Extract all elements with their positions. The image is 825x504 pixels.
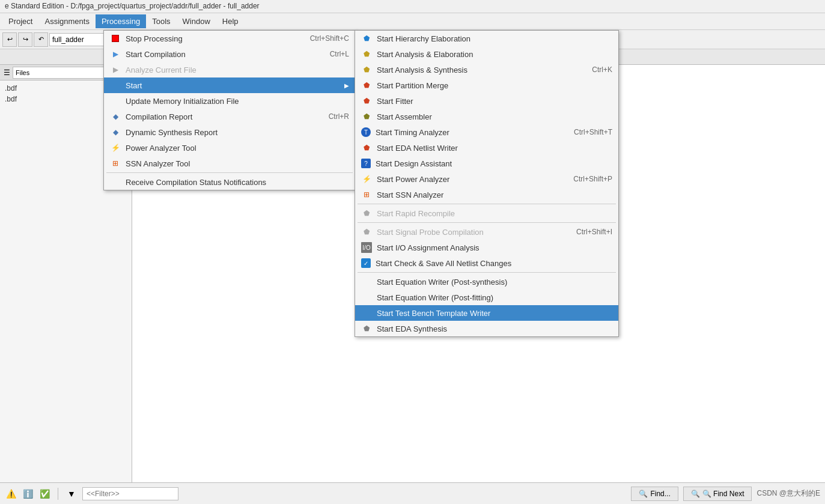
- analyze-current-label: Analyze Current File: [126, 65, 196, 74]
- dynamic-synthesis-label: Dynamic Synthesis Report: [126, 128, 218, 137]
- submenu-testbench[interactable]: Start Test Bench Template Writer: [355, 305, 618, 321]
- menu-tools[interactable]: Tools: [146, 14, 176, 28]
- start-icon: [110, 80, 121, 91]
- menu-start[interactable]: Start ▶: [104, 77, 355, 93]
- signal-probe-shortcut: Ctrl+Shift+I: [576, 228, 612, 236]
- start-compilation-shortcut: Ctrl+L: [330, 50, 349, 58]
- title-bar: e Standard Edition - D:/fpga_project/qua…: [0, 0, 825, 13]
- ssn-sm-icon: ⊞: [361, 189, 372, 200]
- receive-notifications-label: Receive Compilation Status Notifications: [126, 178, 266, 187]
- watermark: CSDN @意大利的E: [757, 488, 820, 499]
- menu-window[interactable]: Window: [177, 14, 216, 28]
- analysis-synth-shortcut: Ctrl+K: [592, 65, 612, 74]
- compilation-report-shortcut: Ctrl+R: [329, 112, 349, 121]
- design-assistant-icon: ?: [361, 159, 371, 168]
- menu-dynamic-synthesis[interactable]: ◆ Dynamic Synthesis Report: [104, 124, 355, 140]
- partition-icon: ⬟: [361, 80, 372, 91]
- menu-bar: Project Assignments Processing Tools Win…: [0, 13, 825, 30]
- submenu-timing[interactable]: T Start Timing Analyzer Ctrl+Shift+T: [355, 124, 618, 140]
- submenu-partition-merge[interactable]: ⬟ Start Partition Merge: [355, 77, 618, 93]
- dynamic-synthesis-icon: ◆: [110, 127, 121, 138]
- submenu-eq-post-synth[interactable]: Start Equation Writer (Post-synthesis): [355, 274, 618, 290]
- toolbar-undo[interactable]: ↩: [2, 32, 17, 47]
- testbench-icon: [361, 308, 372, 318]
- files-icon: ☰: [4, 68, 10, 77]
- submenu-rapid[interactable]: ⬟ Start Rapid Recompile: [355, 205, 618, 221]
- filter-icon: ▼: [65, 488, 78, 500]
- eda-netlist-icon: ⬟: [361, 142, 372, 153]
- eda-synth-label: Start EDA Synthesis: [377, 324, 447, 333]
- submenu-sep3: [358, 272, 616, 273]
- title-text: e Standard Edition - D:/fpga_project/qua…: [5, 2, 260, 10]
- submenu-signal-probe[interactable]: ⬟ Start Signal Probe Compilation Ctrl+Sh…: [355, 224, 618, 240]
- submenu-eda-synth[interactable]: ⬟ Start EDA Synthesis: [355, 321, 618, 336]
- toolbar-undo2[interactable]: ↶: [34, 32, 48, 47]
- menu-power-analyzer[interactable]: ⚡ Power Analyzer Tool: [104, 140, 355, 156]
- submenu-check-save[interactable]: ✓ Start Check & Save All Netlist Changes: [355, 255, 618, 271]
- submenu-ssn-sm[interactable]: ⊞ Start SSN Analyzer: [355, 187, 618, 202]
- power-sm-shortcut: Ctrl+Shift+P: [573, 175, 612, 183]
- eda-netlist-label: Start EDA Netlist Writer: [377, 144, 458, 153]
- eq-post-synth-label: Start Equation Writer (Post-synthesis): [377, 278, 507, 287]
- analysis-elab-icon: ⬟: [361, 49, 372, 59]
- start-label: Start: [126, 81, 142, 90]
- submenu-design-assistant[interactable]: ? Start Design Assistant: [355, 156, 618, 171]
- assembler-label: Start Assembler: [377, 112, 432, 121]
- eda-synth-icon: ⬟: [361, 323, 372, 334]
- start-compilation-icon: ▶: [110, 49, 121, 59]
- menu-stop-processing[interactable]: Stop Processing Ctrl+Shift+C: [104, 31, 355, 46]
- io-analysis-icon: I/O: [361, 242, 372, 253]
- find-icon: 🔍: [639, 490, 648, 498]
- fitter-icon: ⬟: [361, 96, 372, 106]
- ssn-analyzer-icon: ⊞: [110, 158, 121, 169]
- notifications-icon: [110, 177, 121, 187]
- toolbar-redo[interactable]: ↪: [18, 32, 32, 47]
- menu-receive-notifications[interactable]: Receive Compilation Status Notifications: [104, 174, 355, 190]
- menu-help[interactable]: Help: [216, 14, 245, 28]
- compilation-report-icon: ◆: [110, 111, 121, 122]
- start-compilation-label: Start Compilation: [126, 50, 186, 59]
- check-save-icon: ✓: [361, 258, 371, 268]
- hierarchy-label: Start Hierarchy Elaboration: [377, 34, 470, 43]
- submenu-analysis-elab[interactable]: ⬟ Start Analysis & Elaboration: [355, 46, 618, 62]
- eq-post-synth-icon: [361, 276, 372, 287]
- compilation-report-label: Compilation Report: [126, 112, 192, 121]
- check-save-label: Start Check & Save All Netlist Changes: [376, 259, 511, 268]
- find-button[interactable]: 🔍 Find...: [631, 487, 678, 501]
- submenu-fitter[interactable]: ⬟ Start Fitter: [355, 93, 618, 109]
- submenu-eda-netlist[interactable]: ⬟ Start EDA Netlist Writer: [355, 140, 618, 156]
- info-icon: ℹ️: [22, 488, 34, 500]
- submenu-io-analysis[interactable]: I/O Start I/O Assignment Analysis: [355, 240, 618, 255]
- submenu-hierarchy[interactable]: ⬟ Start Hierarchy Elaboration: [355, 31, 618, 46]
- rapid-label: Start Rapid Recompile: [377, 209, 455, 218]
- separator: [58, 488, 58, 500]
- menu-project[interactable]: Project: [2, 14, 38, 28]
- menu-ssn-analyzer[interactable]: ⊞ SSN Analyzer Tool: [104, 156, 355, 171]
- processing-dropdown: Stop Processing Ctrl+Shift+C ▶ Start Com…: [103, 30, 356, 190]
- menu-start-compilation[interactable]: ▶ Start Compilation Ctrl+L: [104, 46, 355, 62]
- submenu-power-sm[interactable]: ⚡ Start Power Analyzer Ctrl+Shift+P: [355, 171, 618, 187]
- menu-compilation-report[interactable]: ◆ Compilation Report Ctrl+R: [104, 109, 355, 124]
- menu-processing[interactable]: Processing: [96, 14, 146, 28]
- project-name-input[interactable]: full_adder: [49, 33, 109, 46]
- submenu-analysis-synth[interactable]: ⬟ Start Analysis & Synthesis Ctrl+K: [355, 62, 618, 77]
- menu-assignments[interactable]: Assignments: [38, 14, 95, 28]
- update-memory-icon: [110, 96, 121, 106]
- submenu-eq-post-fit[interactable]: Start Equation Writer (Post-fitting): [355, 290, 618, 305]
- power-sm-label: Start Power Analyzer: [377, 175, 449, 184]
- menu-update-memory[interactable]: Update Memory Initialization File: [104, 93, 355, 109]
- ssn-sm-label: Start SSN Analyzer: [377, 190, 443, 199]
- menu-analyze-current[interactable]: ▶ Analyze Current File: [104, 62, 355, 77]
- partition-label: Start Partition Merge: [377, 81, 448, 90]
- analysis-synth-icon: ⬟: [361, 64, 372, 75]
- check-icon: ✅: [38, 488, 50, 500]
- power-analyzer-label: Power Analyzer Tool: [126, 144, 196, 153]
- signal-probe-icon: ⬟: [361, 226, 372, 237]
- filter-input[interactable]: [82, 487, 178, 500]
- timing-label: Start Timing Analyzer: [376, 128, 449, 137]
- analysis-elab-label: Start Analysis & Elaboration: [377, 50, 473, 59]
- testbench-label: Start Test Bench Template Writer: [377, 309, 490, 318]
- analyze-current-icon: ▶: [110, 64, 121, 75]
- submenu-assembler[interactable]: ⬟ Start Assembler: [355, 109, 618, 124]
- find-next-button[interactable]: 🔍 🔍 Find Next: [683, 487, 752, 501]
